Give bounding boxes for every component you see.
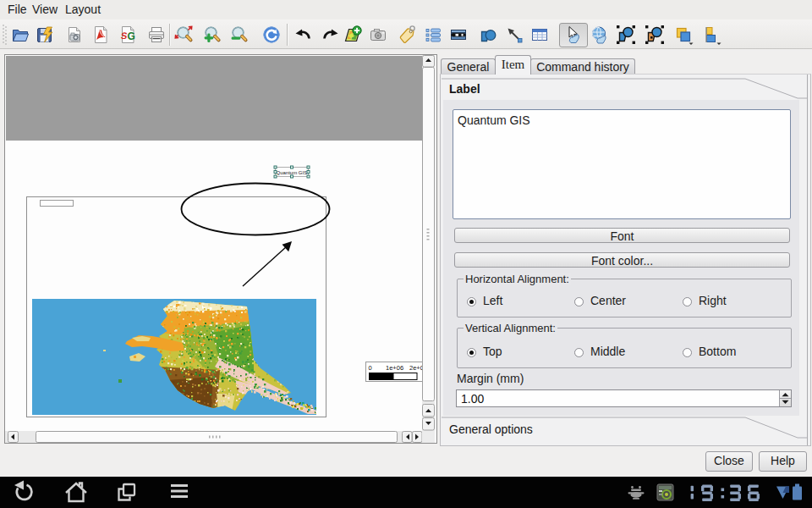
svg-text:Quantum GIS: Quantum GIS: [277, 170, 308, 175]
svg-text:1e+06: 1e+06: [386, 364, 403, 372]
svg-text:0: 0: [369, 364, 372, 372]
